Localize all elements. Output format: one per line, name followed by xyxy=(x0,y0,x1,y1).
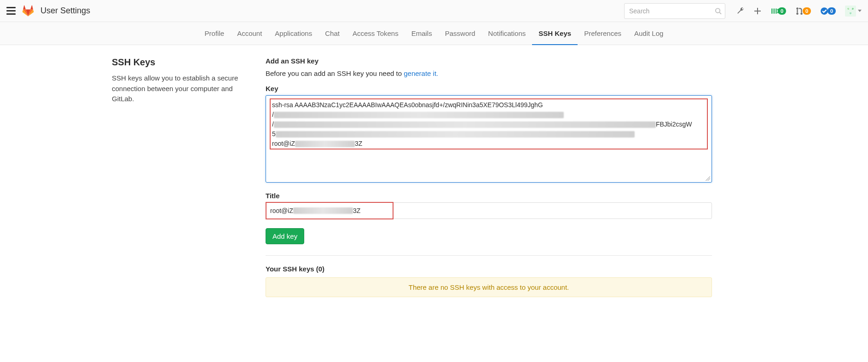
help-prefix: Before you can add an SSH key you need t… xyxy=(266,69,404,77)
tab-account[interactable]: Account xyxy=(231,22,268,45)
divider xyxy=(266,255,712,256)
tab-profile[interactable]: Profile xyxy=(198,22,231,45)
svg-line-1 xyxy=(719,12,721,14)
main-content: SSH Keys SSH keys allow you to establish… xyxy=(103,45,765,316)
settings-tabs: ProfileAccountApplicationsChatAccess Tok… xyxy=(0,22,868,45)
help-text: Before you can add an SSH key you need t… xyxy=(266,69,712,77)
page-title: User Settings xyxy=(41,6,90,16)
svg-point-0 xyxy=(716,8,720,12)
tab-preferences[interactable]: Preferences xyxy=(578,22,628,45)
top-bar: User Settings 0 0 0 xyxy=(0,0,868,22)
tab-applications[interactable]: Applications xyxy=(268,22,318,45)
title-row: root@iZ3Z xyxy=(266,202,712,219)
tab-chat[interactable]: Chat xyxy=(318,22,346,45)
title-input[interactable] xyxy=(266,202,712,219)
key-line-2: / xyxy=(272,110,706,120)
resize-handle[interactable] xyxy=(706,176,710,181)
tab-emails[interactable]: Emails xyxy=(405,22,439,45)
caret-down-icon xyxy=(858,10,862,12)
svg-point-4 xyxy=(800,12,803,15)
side-title: SSH Keys xyxy=(112,57,247,68)
key-label: Key xyxy=(266,85,712,92)
generate-link[interactable]: generate it. xyxy=(404,69,438,77)
admin-wrench-icon[interactable] xyxy=(736,7,745,15)
todos-badge: 0 xyxy=(827,7,836,15)
tab-password[interactable]: Password xyxy=(439,22,482,45)
avatar xyxy=(845,6,856,17)
svg-point-2 xyxy=(796,7,799,10)
empty-keys-banner: There are no SSH keys with access to you… xyxy=(266,277,712,297)
key-line-5: root@iZ3Z xyxy=(272,139,706,149)
side-description: SSH Keys SSH keys allow you to establish… xyxy=(112,57,266,297)
search-container xyxy=(624,3,725,19)
issues-icon[interactable]: 0 xyxy=(770,7,786,15)
merge-requests-icon[interactable]: 0 xyxy=(795,7,811,15)
tab-audit-log[interactable]: Audit Log xyxy=(628,22,670,45)
side-text: SSH keys allow you to establish a secure… xyxy=(112,73,247,104)
your-keys-heading: Your SSH keys (0) xyxy=(266,265,712,273)
key-textarea[interactable]: ssh-rsa AAAAB3NzaC1yc2EAAAABIwAAAQEAs0ob… xyxy=(266,95,712,183)
hamburger-menu[interactable] xyxy=(6,7,16,15)
tab-notifications[interactable]: Notifications xyxy=(482,22,532,45)
title-label: Title xyxy=(266,192,712,200)
user-menu[interactable] xyxy=(845,6,862,17)
key-redbox: ssh-rsa AAAAB3NzaC1yc2EAAAABIwAAAQEAs0ob… xyxy=(270,98,708,149)
key-line-4: 5 xyxy=(272,129,706,139)
todos-icon[interactable]: 0 xyxy=(820,7,836,15)
search-icon xyxy=(715,7,722,14)
key-line-1: ssh-rsa AAAAB3NzaC1yc2EAAAABIwAAAQEAs0ob… xyxy=(272,100,706,110)
key-line-3: /FBJbi2csgW xyxy=(272,120,706,129)
form-column: Add an SSH key Before you can add an SSH… xyxy=(266,57,712,297)
tab-ssh-keys[interactable]: SSH Keys xyxy=(532,22,578,45)
new-plus-icon[interactable] xyxy=(754,7,761,15)
add-key-heading: Add an SSH key xyxy=(266,57,712,65)
svg-point-5 xyxy=(821,7,828,15)
gitlab-logo[interactable] xyxy=(22,5,34,17)
issues-badge: 0 xyxy=(778,7,786,15)
svg-point-3 xyxy=(796,12,799,15)
add-key-button[interactable]: Add key xyxy=(266,228,304,244)
search-input[interactable] xyxy=(624,3,725,19)
mr-badge: 0 xyxy=(803,7,811,15)
top-icons: 0 0 0 xyxy=(736,6,862,17)
tab-access-tokens[interactable]: Access Tokens xyxy=(346,22,405,45)
